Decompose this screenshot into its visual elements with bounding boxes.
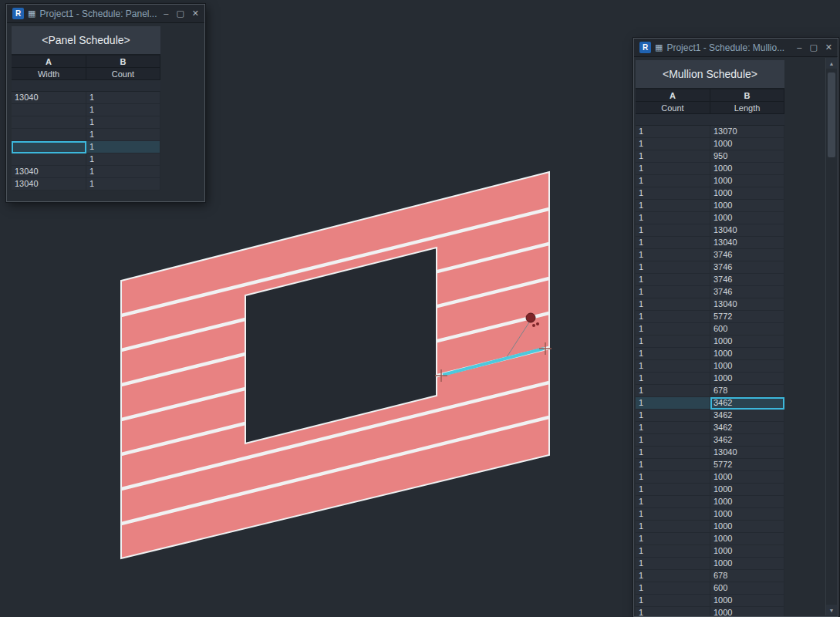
table-cell[interactable]: 1 — [636, 175, 710, 187]
table-row[interactable]: 15772 — [636, 311, 784, 323]
column-letter-b[interactable]: B — [710, 89, 784, 102]
table-row[interactable]: 130401 — [12, 166, 160, 178]
table-row[interactable]: 11000 — [636, 484, 784, 496]
table-row[interactable]: 1600 — [636, 582, 784, 595]
column-header-width[interactable]: Width — [12, 68, 86, 80]
table-cell[interactable]: 950 — [710, 150, 784, 163]
table-cell[interactable]: 1 — [636, 496, 710, 508]
table-row[interactable]: 11000 — [636, 471, 784, 484]
table-cell[interactable] — [12, 116, 86, 129]
table-cell[interactable]: 1 — [636, 595, 710, 607]
table-cell[interactable]: 1 — [636, 323, 710, 335]
table-cell[interactable]: 1 — [636, 484, 710, 496]
table-row[interactable]: 13462 — [636, 434, 784, 447]
table-cell[interactable]: 1 — [636, 224, 710, 237]
table-cell[interactable]: 1 — [636, 558, 710, 570]
table-cell[interactable]: 1 — [636, 434, 710, 447]
table-cell[interactable]: 1 — [86, 166, 160, 178]
table-cell[interactable]: 1 — [636, 508, 710, 521]
table-cell[interactable]: 13040 — [710, 237, 784, 249]
table-cell[interactable]: 3746 — [710, 261, 784, 274]
maximize-button[interactable]: ▢ — [809, 43, 817, 52]
table-row[interactable]: 113040 — [636, 447, 784, 459]
table-row[interactable]: 11000 — [636, 373, 784, 385]
table-cell[interactable]: 1 — [636, 163, 710, 175]
table-cell[interactable]: 1 — [636, 410, 710, 422]
table-cell[interactable]: 13040 — [710, 298, 784, 311]
table-cell[interactable]: 1 — [636, 298, 710, 311]
table-cell[interactable]: 1 — [86, 116, 160, 129]
table-cell[interactable]: 1 — [636, 385, 710, 397]
table-cell[interactable]: 13040 — [12, 166, 86, 178]
scroll-up-icon[interactable]: ▲ — [826, 58, 837, 69]
table-cell[interactable]: 1000 — [710, 595, 784, 607]
table-row[interactable]: 11000 — [636, 545, 784, 558]
table-row[interactable]: 11000 — [636, 175, 784, 187]
panel-window-titlebar[interactable]: R ▦ Project1 - Schedule: Panel... – ▢ ✕ — [7, 5, 204, 23]
column-header-count[interactable]: Count — [636, 102, 710, 114]
table-cell[interactable]: 1 — [636, 582, 710, 595]
table-row[interactable]: 1 — [12, 116, 160, 129]
table-cell[interactable]: 1000 — [710, 533, 784, 545]
table-cell[interactable]: 1000 — [710, 138, 784, 150]
table-row[interactable]: 11000 — [636, 607, 784, 617]
table-cell[interactable]: 3746 — [710, 249, 784, 261]
vertical-scrollbar[interactable]: ▲ ▼ — [825, 58, 837, 615]
control-point[interactable] — [526, 313, 535, 322]
table-cell[interactable]: 1 — [636, 335, 710, 348]
column-header-length[interactable]: Length — [710, 102, 784, 114]
table-cell[interactable]: 1000 — [710, 607, 784, 617]
table-cell[interactable]: 5772 — [710, 459, 784, 471]
table-cell[interactable]: 1000 — [710, 212, 784, 224]
close-button[interactable]: ✕ — [825, 43, 832, 52]
table-row[interactable]: 11000 — [636, 360, 784, 373]
table-cell[interactable]: 1000 — [710, 484, 784, 496]
table-row[interactable]: 1678 — [636, 570, 784, 582]
table-cell[interactable]: 1 — [636, 521, 710, 533]
table-row[interactable]: 13462 — [636, 422, 784, 434]
table-cell[interactable]: 600 — [710, 323, 784, 335]
table-cell[interactable]: 1 — [636, 607, 710, 617]
table-row[interactable]: 1 — [12, 129, 160, 141]
table-cell[interactable]: 3462 — [710, 397, 784, 410]
table-cell[interactable]: 1 — [636, 360, 710, 373]
table-cell[interactable]: 1 — [636, 471, 710, 484]
table-cell[interactable]: 1000 — [710, 360, 784, 373]
table-cell[interactable]: 13040 — [710, 224, 784, 237]
table-row[interactable]: 130401 — [12, 92, 160, 104]
table-cell[interactable]: 1 — [636, 212, 710, 224]
maximize-button[interactable]: ▢ — [176, 9, 184, 18]
table-row[interactable]: 11000 — [636, 496, 784, 508]
table-row[interactable]: 11000 — [636, 212, 784, 224]
table-cell[interactable]: 3462 — [710, 434, 784, 447]
table-cell[interactable]: 1 — [636, 237, 710, 249]
table-cell[interactable]: 1 — [636, 545, 710, 558]
scrollbar-track[interactable] — [826, 69, 837, 605]
table-cell[interactable]: 1 — [636, 249, 710, 261]
table-cell[interactable]: 1 — [636, 533, 710, 545]
scrollbar-thumb[interactable] — [828, 72, 835, 157]
table-cell[interactable]: 1 — [636, 126, 710, 138]
table-row[interactable]: 13746 — [636, 274, 784, 286]
table-cell[interactable]: 1 — [636, 373, 710, 385]
column-letter-a[interactable]: A — [12, 56, 86, 68]
minimize-button[interactable]: – — [164, 9, 168, 18]
table-row[interactable]: 113040 — [636, 298, 784, 311]
table-row[interactable]: 1678 — [636, 385, 784, 397]
scroll-down-icon[interactable]: ▼ — [826, 605, 837, 615]
table-cell[interactable]: 1000 — [710, 508, 784, 521]
table-cell[interactable]: 1000 — [710, 558, 784, 570]
table-row[interactable]: 11000 — [636, 558, 784, 570]
table-cell[interactable]: 3746 — [710, 286, 784, 298]
table-cell[interactable]: 13040 — [12, 178, 86, 190]
table-row[interactable]: 11000 — [636, 138, 784, 150]
close-button[interactable]: ✕ — [192, 9, 199, 18]
table-cell[interactable]: 1 — [86, 92, 160, 104]
table-row[interactable]: 13746 — [636, 286, 784, 298]
table-cell[interactable]: 3462 — [710, 422, 784, 434]
table-cell[interactable]: 1 — [636, 138, 710, 150]
table-cell[interactable]: 1 — [636, 570, 710, 582]
table-cell[interactable]: 1000 — [710, 496, 784, 508]
table-row[interactable]: 113040 — [636, 224, 784, 237]
table-cell[interactable]: 1 — [86, 178, 160, 190]
